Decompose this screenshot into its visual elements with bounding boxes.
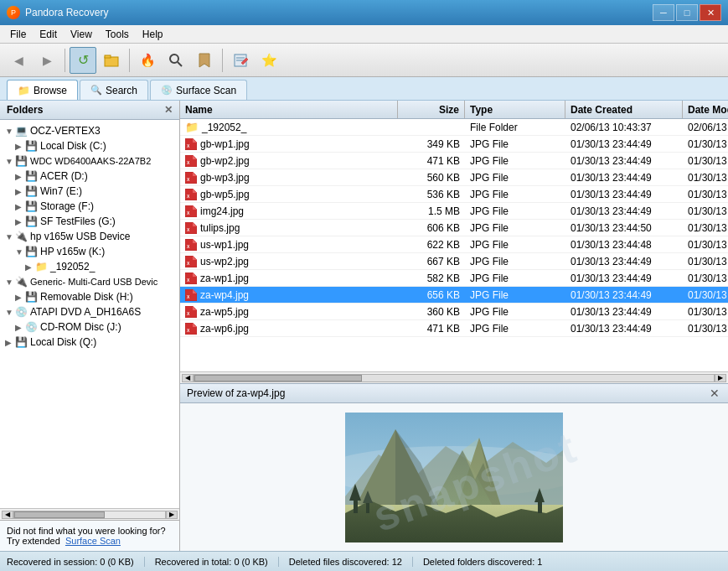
toggle-sf[interactable]: ▶: [15, 217, 25, 226]
close-button[interactable]: ✕: [700, 4, 721, 21]
tree-item-acer[interactable]: ▶ 💾 ACER (D:): [0, 169, 179, 184]
toggle-atapi[interactable]: ▼: [5, 308, 15, 317]
toggle-wdc[interactable]: ▼: [5, 157, 15, 166]
scroll-right-arrow[interactable]: ▶: [166, 511, 178, 519]
status-recovered-total: Recovered in total: 0 (0 KB): [155, 557, 279, 567]
file-scroll-left[interactable]: ◀: [182, 374, 194, 382]
tab-browse[interactable]: 📁 Browse: [7, 80, 78, 100]
toggle-win7[interactable]: ▶: [15, 187, 25, 196]
svg-marker-30: [193, 256, 197, 260]
file-row-9[interactable]: X za-wp1.jpg 582 KB JPG File 01/30/13 23…: [180, 270, 728, 287]
folders-title: Folders: [7, 104, 43, 116]
file-row-7[interactable]: X us-wp1.jpg 622 KB JPG File 01/30/13 23…: [180, 236, 728, 253]
toggle-c[interactable]: ▶: [15, 142, 25, 151]
jpg-icon: X: [185, 189, 197, 200]
menu-file[interactable]: File: [3, 25, 33, 43]
file-cell-dm-0: 02/06/13 10:43:3: [683, 121, 728, 134]
file-list-body[interactable]: 📁 _192052_ File Folder 02/06/13 10:43:37…: [180, 119, 728, 371]
toggle-192052[interactable]: ▶: [25, 262, 35, 272]
hscroll-track[interactable]: [13, 511, 166, 519]
file-cell-name-1: X gb-wp1.jpg: [180, 138, 398, 151]
tree-item-hp-k[interactable]: ▼ 💾 HP v165w (K:): [0, 244, 179, 259]
col-header-name[interactable]: Name: [180, 101, 398, 118]
tree-item-local-q[interactable]: ▶ 💾 Local Disk (Q:): [0, 335, 179, 350]
folders-close-icon[interactable]: ✕: [164, 104, 173, 116]
tree-item-local-c[interactable]: ▶ 💾 Local Disk (C:): [0, 138, 179, 153]
tree-item-192052[interactable]: ▶ 📁 _192052_: [0, 259, 179, 274]
scroll-left-arrow[interactable]: ◀: [2, 511, 13, 519]
file-hscroll-thumb[interactable]: [194, 375, 362, 382]
tree-item-removable[interactable]: ▶ 💾 Removable Disk (H:): [0, 289, 179, 304]
surface-scan-link[interactable]: Surface Scan: [65, 536, 121, 546]
minimize-button[interactable]: ─: [653, 4, 674, 21]
window-title: Pandora Recovery: [25, 7, 108, 18]
file-row-8[interactable]: X us-wp2.jpg 667 KB JPG File 01/30/13 23…: [180, 253, 728, 270]
hp-k-icon: 💾: [25, 246, 38, 257]
tab-surface-scan[interactable]: 💿 Surface Scan: [150, 80, 247, 100]
col-header-date-modified[interactable]: Date Modified: [683, 101, 728, 118]
file-cell-type-1: JPG File: [465, 138, 565, 151]
left-hscrollbar[interactable]: ◀ ▶: [0, 508, 179, 520]
toggle-q[interactable]: ▶: [5, 338, 15, 347]
file-cell-name-3: X gb-wp3.jpg: [180, 171, 398, 184]
tree-item-wdc[interactable]: ▼ 💾 WDC WD6400AAKS-22A7B2: [0, 153, 179, 169]
tree-item-generic-usb[interactable]: ▼ 🔌 Generic- Multi-Card USB Devic: [0, 274, 179, 289]
jpg-icon: X: [185, 239, 197, 251]
file-hscroll-track[interactable]: [194, 374, 715, 382]
refresh-button[interactable]: ↺: [70, 47, 96, 74]
toggle-ocz[interactable]: ▼: [5, 127, 15, 136]
tree-item-ocz[interactable]: ▼ 💻 OCZ-VERTEX3: [0, 123, 179, 138]
jpg-icon: X: [185, 222, 197, 234]
menu-help[interactable]: Help: [136, 25, 170, 43]
edit-button[interactable]: [227, 47, 254, 74]
file-scroll-right[interactable]: ▶: [715, 374, 726, 382]
file-row-12[interactable]: X za-wp6.jpg 471 KB JPG File 01/30/13 23…: [180, 320, 728, 337]
toggle-hp-usb[interactable]: ▼: [5, 232, 15, 241]
svg-marker-9: [193, 138, 197, 143]
file-row-1[interactable]: X gb-wp1.jpg 349 KB JPG File 01/30/13 23…: [180, 136, 728, 153]
file-cell-size-10: 656 KB: [398, 288, 465, 302]
toggle-generic[interactable]: ▼: [5, 278, 15, 287]
file-row-11[interactable]: X za-wp5.jpg 360 KB JPG File 01/30/13 23…: [180, 304, 728, 320]
bookmark-button[interactable]: [191, 47, 218, 74]
col-header-type[interactable]: Type: [465, 101, 565, 118]
search-toolbar-button[interactable]: [163, 47, 189, 74]
toggle-hp-k[interactable]: ▼: [15, 247, 25, 257]
tab-search[interactable]: 🔍 Search: [80, 80, 148, 100]
open-button[interactable]: [98, 47, 125, 74]
folders-header: Folders ✕: [0, 101, 179, 120]
tree-item-cd[interactable]: ▶ 💿 CD-ROM Disc (J:): [0, 319, 179, 335]
file-list-scrollbar[interactable]: ◀ ▶: [180, 371, 728, 383]
forward-button[interactable]: ▶: [34, 47, 60, 74]
recover-button[interactable]: 🔥: [134, 47, 161, 74]
col-header-date-created[interactable]: Date Created: [565, 101, 683, 118]
toggle-storage[interactable]: ▶: [15, 202, 25, 211]
menu-tools[interactable]: Tools: [99, 25, 136, 43]
tree-item-atapi[interactable]: ▼ 💿 ATAPI DVD A_DH16A6S: [0, 304, 179, 319]
folder-tree[interactable]: ▼ 💻 OCZ-VERTEX3 ▶ 💾 Local Disk (C:) ▼: [0, 120, 179, 508]
file-row-4[interactable]: X gb-wp5.jpg 536 KB JPG File 01/30/13 23…: [180, 186, 728, 203]
tree-item-storage[interactable]: ▶ 💾 Storage (F:): [0, 199, 179, 214]
file-cell-size-8: 667 KB: [398, 255, 465, 268]
menu-edit[interactable]: Edit: [33, 25, 64, 43]
toggle-acer[interactable]: ▶: [15, 172, 25, 181]
maximize-button[interactable]: □: [676, 4, 698, 21]
jpg-icon: X: [185, 256, 197, 267]
tree-item-win7[interactable]: ▶ 💾 Win7 (E:): [0, 184, 179, 199]
toggle-removable[interactable]: ▶: [15, 293, 25, 302]
file-row-10[interactable]: X za-wp4.jpg 656 KB JPG File 01/30/13 23…: [180, 287, 728, 304]
file-row-0[interactable]: 📁 _192052_ File Folder 02/06/13 10:43:37…: [180, 119, 728, 136]
tree-item-sf[interactable]: ▶ 💾 SF TestFiles (G:): [0, 214, 179, 229]
hscroll-thumb[interactable]: [14, 511, 105, 518]
tree-item-hp-usb[interactable]: ▼ 🔌 hp v165w USB Device: [0, 229, 179, 244]
toggle-cd[interactable]: ▶: [15, 323, 25, 332]
preview-close-button[interactable]: ✕: [708, 387, 721, 400]
col-header-size[interactable]: Size: [398, 101, 465, 118]
menu-view[interactable]: View: [64, 25, 99, 43]
file-row-6[interactable]: X tulips.jpg 606 KB JPG File 01/30/13 23…: [180, 220, 728, 236]
file-row-5[interactable]: X img24.jpg 1.5 MB JPG File 01/30/13 23:…: [180, 203, 728, 220]
back-button[interactable]: ◀: [5, 47, 32, 74]
file-row-2[interactable]: X gb-wp2.jpg 471 KB JPG File 01/30/13 23…: [180, 153, 728, 169]
star-button[interactable]: ⭐: [256, 47, 282, 74]
file-row-3[interactable]: X gb-wp3.jpg 560 KB JPG File 01/30/13 23…: [180, 169, 728, 186]
